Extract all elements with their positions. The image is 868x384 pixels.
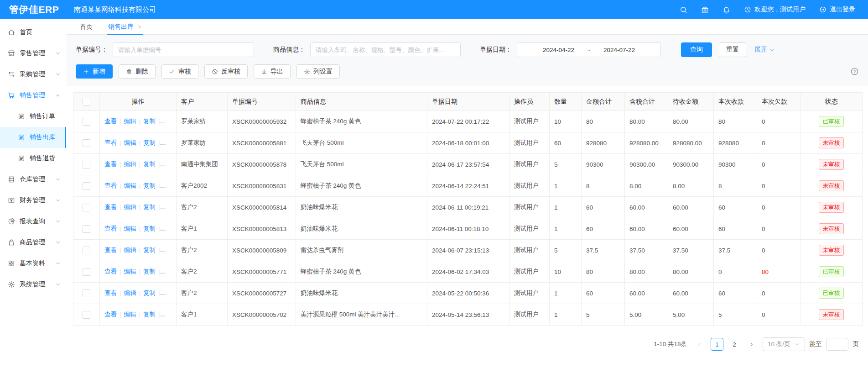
sidebar-item-retail-mgmt[interactable]: 零售管理 [0, 43, 66, 64]
row-checkbox[interactable] [83, 289, 90, 297]
sidebar-item-report-query[interactable]: 报表查询 [0, 211, 66, 232]
action-view-link[interactable]: 查看 [104, 139, 117, 146]
row-checkbox[interactable] [83, 139, 90, 147]
prev-page-button[interactable] [693, 338, 706, 351]
sidebar-item-home[interactable]: 首页 [0, 22, 66, 43]
export-button[interactable]: 导出 [254, 64, 291, 79]
action-edit-link[interactable]: 编辑 [124, 204, 136, 210]
close-icon[interactable] [137, 25, 142, 29]
page-size-select[interactable]: 10 条/页 [763, 337, 805, 351]
action-edit-link[interactable]: 编辑 [124, 289, 136, 296]
row-checkbox[interactable] [83, 204, 90, 211]
help-icon[interactable]: ? [850, 67, 859, 76]
sidebar-item-label: 商品管理 [20, 238, 45, 247]
checkbox-cell [73, 111, 100, 132]
row-checkbox[interactable] [83, 247, 90, 254]
action-view-link[interactable]: 查看 [104, 118, 117, 125]
expand-link[interactable]: 展开 [754, 46, 775, 54]
received-cell: 60 [714, 283, 757, 304]
table-row: 查看|编辑|复制|删除罗莱家纺XSCK00000005881飞天茅台 500ml… [73, 132, 863, 154]
action-copy-link[interactable]: 复制 [143, 289, 156, 296]
action-copy-link[interactable]: 复制 [143, 311, 156, 318]
logout-icon [819, 6, 826, 13]
action-copy-link[interactable]: 复制 [143, 161, 156, 168]
link-separator: | [158, 225, 160, 232]
next-page-button[interactable] [745, 338, 758, 351]
action-view-link[interactable]: 查看 [104, 247, 117, 253]
sidebar-item-sales-order[interactable]: 销售订单 [0, 106, 66, 127]
sidebar-item-warehouse-mgmt[interactable]: 仓库管理 [0, 169, 66, 190]
action-copy-link[interactable]: 复制 [143, 225, 156, 232]
action-copy-link[interactable]: 复制 [143, 247, 156, 253]
bank-icon[interactable] [701, 6, 709, 14]
received-cell: 0 [714, 261, 757, 283]
sidebar-item-sales-mgmt[interactable]: 销售管理 [0, 85, 66, 106]
action-view-link[interactable]: 查看 [104, 225, 117, 232]
action-copy-link[interactable]: 复制 [143, 118, 156, 125]
tab-sales-outbound[interactable]: 销售出库 [100, 19, 150, 34]
sidebar-item-system-mgmt[interactable]: 系统管理 [0, 274, 66, 295]
action-view-link[interactable]: 查看 [104, 161, 117, 168]
row-checkbox[interactable] [83, 161, 90, 168]
operator-cell: 测试用户 [509, 218, 550, 240]
action-view-link[interactable]: 查看 [104, 268, 117, 275]
date-range-input[interactable]: 2024-04-22 ~ 2024-07-22 [517, 42, 661, 57]
action-edit-link[interactable]: 编辑 [124, 225, 136, 232]
sidebar-item-product-mgmt[interactable]: 商品管理 [0, 232, 66, 253]
receivable-cell: 8.00 [668, 175, 714, 197]
reset-button[interactable]: 重置 [719, 42, 746, 57]
row-checkbox[interactable] [83, 225, 90, 233]
select-all-checkbox[interactable] [83, 98, 90, 105]
action-view-link[interactable]: 查看 [104, 289, 117, 296]
action-view-link[interactable]: 查看 [104, 182, 117, 189]
download-icon [261, 68, 267, 75]
action-edit-link[interactable]: 编辑 [124, 118, 136, 125]
action-edit-link[interactable]: 编辑 [124, 139, 136, 146]
search-button[interactable]: 查询 [681, 42, 712, 57]
sidebar-item-sales-return[interactable]: 销售退货 [0, 148, 66, 169]
column-settings-button[interactable]: 列设置 [296, 64, 340, 79]
welcome-user[interactable]: 欢迎您，测试用户 [744, 5, 806, 14]
row-checkbox[interactable] [83, 118, 90, 126]
customer-cell: 南通中集集团 [177, 154, 228, 175]
column-header: 商品信息 [296, 93, 427, 111]
action-edit-link[interactable]: 编辑 [124, 182, 136, 189]
status-cell: 未审核 [800, 154, 863, 175]
product-info-input[interactable] [310, 42, 461, 57]
action-edit-link[interactable]: 编辑 [124, 161, 136, 168]
logout-button[interactable]: 退出登录 [819, 5, 855, 14]
action-view-link[interactable]: 查看 [104, 204, 117, 210]
action-edit-link[interactable]: 编辑 [124, 247, 136, 253]
row-checkbox[interactable] [83, 182, 90, 190]
row-checkbox[interactable] [83, 311, 90, 319]
sidebar-item-label: 采购管理 [20, 70, 45, 79]
row-checkbox[interactable] [83, 268, 90, 276]
sidebar-item-purchase-mgmt[interactable]: 采购管理 [0, 64, 66, 85]
tab-home[interactable]: 首页 [72, 19, 100, 34]
status-badge: 已审核 [819, 266, 844, 277]
product-info-label: 商品信息： [273, 46, 305, 54]
add-button[interactable]: 新增 [76, 64, 113, 79]
action-copy-link[interactable]: 复制 [143, 182, 156, 189]
page-number-button[interactable]: 1 [711, 338, 723, 351]
sidebar-item-sales-outbound[interactable]: 销售出库 [0, 127, 66, 148]
link-separator: | [120, 247, 121, 253]
action-copy-link[interactable]: 复制 [143, 268, 156, 275]
audit-button[interactable]: 审核 [161, 64, 198, 79]
search-icon[interactable] [680, 6, 687, 14]
action-copy-link[interactable]: 复制 [143, 204, 156, 210]
delete-button[interactable]: 删除 [119, 64, 156, 79]
receivable-cell: 928080.00 [668, 132, 714, 154]
unaudit-button[interactable]: 反审核 [204, 64, 248, 79]
page-number-button[interactable]: 2 [728, 338, 741, 351]
action-view-link[interactable]: 查看 [104, 311, 117, 318]
jump-page-input[interactable] [826, 338, 848, 351]
receivable-cell: 5.00 [668, 304, 714, 326]
bell-icon[interactable] [722, 6, 730, 14]
order-no-input[interactable] [113, 42, 254, 57]
sidebar-item-basic-data[interactable]: 基本资料 [0, 253, 66, 274]
action-edit-link[interactable]: 编辑 [124, 268, 136, 275]
sidebar-item-finance-mgmt[interactable]: 财务管理 [0, 190, 66, 211]
action-edit-link[interactable]: 编辑 [124, 311, 136, 318]
action-copy-link[interactable]: 复制 [143, 139, 156, 146]
